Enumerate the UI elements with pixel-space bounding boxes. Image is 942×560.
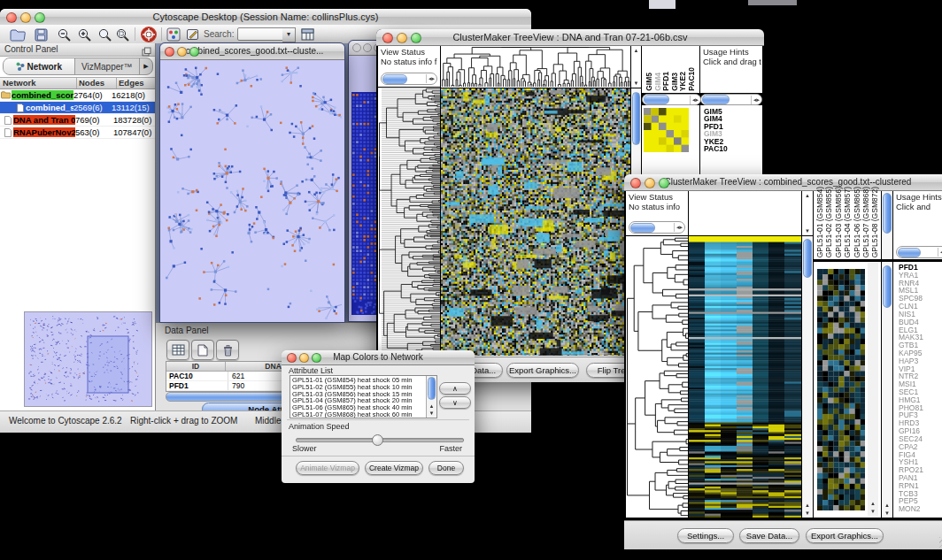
slider-thumb[interactable] — [372, 434, 383, 446]
usage-hints-scrollbar[interactable]: ◂▸ — [700, 94, 762, 105]
tab-network[interactable]: Network — [4, 58, 75, 74]
animate-vizmap-button[interactable]: Animate Vizmap — [296, 461, 359, 475]
column-header-edges[interactable]: Edges — [117, 78, 144, 88]
attribute-table-button[interactable] — [166, 340, 189, 360]
minimize-button[interactable] — [363, 43, 372, 52]
zoom-button[interactable] — [312, 353, 321, 363]
attribute-list[interactable]: GPL51-01 (GSM854) heat shock 05 minGPL51… — [290, 375, 437, 418]
column-dendrogram-canvas[interactable] — [441, 46, 630, 88]
vizmapper-button[interactable] — [165, 27, 182, 42]
export-graphics-button[interactable]: Export Graphics... — [806, 528, 884, 543]
open-session-button[interactable] — [9, 27, 27, 42]
map-dialog-titlebar[interactable]: Map Colors to Network — [282, 350, 475, 365]
global-heatmap-canvas[interactable] — [817, 269, 865, 510]
data-column-id[interactable]: ID — [166, 362, 226, 371]
heatmap-column-label[interactable]: GPL51-02 (GSM855) — [825, 187, 834, 257]
scrollbar-thumb[interactable] — [428, 377, 436, 400]
zoom-selected-button[interactable] — [113, 27, 131, 42]
move-up-button[interactable]: ∧ — [439, 382, 471, 395]
row-dendrogram-canvas[interactable] — [626, 236, 688, 518]
scrollbar-thumb[interactable] — [883, 265, 892, 308]
close-button[interactable] — [352, 43, 361, 52]
attribute-item[interactable]: GPL51-07 (GSM868) heat shock 60 min — [292, 411, 425, 418]
minimize-button[interactable] — [397, 33, 407, 43]
heatmap-column-label[interactable]: GPL51-03 (GSM856) — [835, 187, 844, 257]
heatmap-column-label[interactable]: GPL51-08 (GSM872) — [871, 187, 880, 257]
delete-attribute-button[interactable] — [216, 340, 239, 360]
network-window-titlebar[interactable]: combined_scores_good.txt--cluste... — [160, 43, 344, 60]
close-button[interactable] — [165, 47, 174, 57]
save-session-button[interactable] — [32, 27, 50, 42]
attribute-item[interactable]: GPL51-04 (GSM857) heat shock 20 min — [292, 397, 425, 404]
export-graphics-button[interactable]: Export Graphics... — [506, 363, 579, 378]
heatmap-vscrollbar[interactable]: ▲▼ — [802, 236, 813, 518]
treeview-dna-titlebar[interactable]: ClusterMaker TreeView : DNA and Tran 07-… — [376, 29, 764, 46]
help-button[interactable] — [140, 27, 158, 42]
dendrogram-scroll-strip[interactable]: ▲▼ — [631, 46, 641, 88]
zoom-in-button[interactable] — [75, 27, 93, 42]
search-dropdown-button[interactable]: ▾ — [282, 27, 296, 42]
column-header-network[interactable]: Network — [0, 78, 77, 88]
tab-vizmapper[interactable]: VizMapper™ — [75, 58, 139, 74]
heatmap-canvas[interactable] — [441, 88, 630, 356]
attribute-item[interactable]: GPL51-01 (GSM854) heat shock 05 min — [292, 377, 425, 384]
zoom-button[interactable] — [659, 178, 669, 188]
scrollbar-thumb[interactable] — [883, 193, 892, 234]
close-button[interactable] — [630, 178, 641, 188]
network-list-row[interactable]: RNAPuberNov2+563(0)107847(0) — [0, 127, 155, 139]
view-status-scrollbar[interactable]: ◂▸ — [629, 221, 685, 234]
column-header-nodes[interactable]: Nodes — [77, 78, 117, 88]
gene-label[interactable]: MON2 — [899, 505, 923, 513]
network-canvas[interactable] — [161, 60, 342, 321]
heatmap-canvas[interactable] — [689, 236, 801, 518]
minimize-button[interactable] — [299, 353, 309, 363]
view-status-scrollbar[interactable]: ◂▸ — [381, 73, 437, 85]
zoom-button[interactable] — [411, 33, 421, 43]
zoom-fit-button[interactable] — [96, 27, 113, 42]
zoom-matrix-canvas[interactable] — [644, 108, 689, 152]
matrix-row-label[interactable]: PAC10 — [704, 145, 728, 152]
usage-hints-scrollbar[interactable]: ◂▸ — [896, 246, 942, 258]
global-vscrollbar[interactable]: ▲▼ — [868, 263, 878, 516]
row-dendrogram-canvas[interactable] — [378, 88, 440, 357]
settings-button[interactable]: Settings... — [677, 528, 734, 543]
zoom-button[interactable] — [35, 12, 45, 23]
done-button[interactable]: Done — [429, 461, 464, 475]
search-input[interactable] — [237, 27, 283, 41]
attribute-item[interactable]: GPL51-02 (GSM855) heat shock 10 min — [292, 384, 425, 391]
minimize-button[interactable] — [20, 12, 31, 23]
close-button[interactable] — [382, 33, 393, 43]
scrollbar-thumb[interactable] — [632, 92, 640, 145]
attribute-list-scrollbar[interactable]: ▲▼ — [426, 376, 436, 418]
network-list-row[interactable]: combined_scores2764(0)16218(0) — [0, 89, 155, 102]
create-attribute-button[interactable] — [191, 340, 214, 360]
annotation-button[interactable] — [184, 27, 202, 42]
attribute-item[interactable]: GPL51-06 (GSM865) heat shock 40 min — [292, 404, 425, 411]
zoom-button[interactable] — [189, 47, 199, 57]
move-down-button[interactable]: ∨ — [439, 396, 471, 409]
gene-list-vscrollbar[interactable]: ▲▼ — [882, 262, 892, 518]
heatmap-column-label[interactable]: GPL51-04 (GSM857) — [844, 187, 853, 257]
minimize-button[interactable] — [645, 178, 655, 188]
attribute-item[interactable]: GPL51-03 (GSM856) heat shock 15 min — [292, 391, 425, 398]
treeview-combined-titlebar[interactable]: ClusterMaker TreeView : combined_scores_… — [624, 174, 942, 191]
close-button[interactable] — [287, 353, 297, 363]
minimize-button[interactable] — [177, 47, 187, 57]
main-window-titlebar[interactable]: Cytoscape Desktop (Session Name: collins… — [0, 9, 531, 26]
create-vizmap-button[interactable]: Create Vizmap — [365, 461, 423, 475]
tab-overflow-button[interactable]: ▶ — [139, 58, 152, 74]
dendrogram-scroll-strip[interactable]: ▲▼ — [802, 191, 813, 235]
matrix-column-label[interactable]: PAC10 — [688, 67, 697, 91]
attribute-browser-button[interactable] — [299, 27, 317, 42]
zoom-panel-scrollbar[interactable]: ◂▸ — [642, 94, 701, 105]
network-overview-canvas[interactable] — [24, 311, 152, 407]
animation-speed-slider[interactable] — [296, 438, 464, 442]
network-list-row[interactable]: DNA and Tran 07769(0)183728(0) — [0, 114, 155, 127]
heatmap-column-label[interactable]: GPL51-06 (GSM865) — [853, 187, 862, 257]
scrollbar-thumb[interactable] — [803, 239, 812, 278]
save-data-button[interactable]: Save Data... — [739, 528, 799, 543]
close-button[interactable] — [6, 12, 17, 23]
network-list-row[interactable]: combined_sco2569(6)13112(15) — [0, 102, 155, 114]
labels-vscrollbar[interactable] — [882, 191, 892, 259]
zoom-out-button[interactable] — [55, 27, 73, 42]
